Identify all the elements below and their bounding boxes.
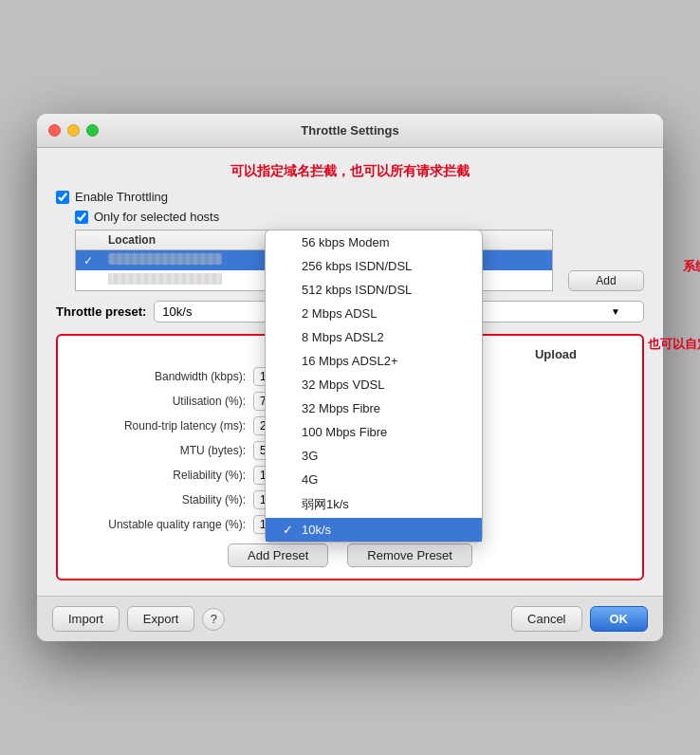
reliability-label: Reliability (%): <box>73 469 253 482</box>
throttle-settings-window: Throttle Settings 可以指定域名拦截，也可以所有请求拦截 Ena… <box>37 114 663 641</box>
mtu-label: MTU (bytes): <box>73 444 253 457</box>
only-selected-hosts-row: Only for selected hosts <box>75 210 644 224</box>
annotation-system-preset: 系统预设模拟网络 <box>683 258 700 275</box>
bandwidth-label: Bandwidth (kbps): <box>73 370 253 383</box>
blurred-host-2 <box>108 273 222 285</box>
maximize-button[interactable] <box>86 124 99 137</box>
dropdown-item-12[interactable]: ✓ 10k/s <box>266 518 482 542</box>
selected-preset-value: 10k/s <box>162 304 192 319</box>
dropdown-item-5[interactable]: 16 Mbps ADSL2+ <box>266 349 482 373</box>
dropdown-item-10[interactable]: 4G <box>266 468 482 491</box>
dropdown-item-8[interactable]: 100 Mbps Fibre <box>266 420 482 444</box>
dropdown-item-2[interactable]: 512 kbps ISDN/DSL <box>266 278 482 302</box>
dropdown-item-1[interactable]: 256 kbps ISDN/DSL <box>266 254 482 278</box>
enable-throttling-label: Enable Throttling <box>75 190 168 204</box>
hosts-actions: Add <box>568 230 644 291</box>
dropdown-item-3[interactable]: 2 Mbps ADSL <box>266 302 482 325</box>
ok-button[interactable]: OK <box>590 606 649 632</box>
titlebar: Throttle Settings <box>37 114 663 148</box>
import-button[interactable]: Import <box>52 606 120 632</box>
add-preset-button[interactable]: Add Preset <box>228 543 328 567</box>
dropdown-item-11[interactable]: 弱网1k/s <box>266 491 482 518</box>
unstable-quality-label: Unstable quality range (%): <box>73 518 253 531</box>
throttle-preset-label: Throttle preset: <box>56 304 146 319</box>
help-button[interactable]: ? <box>202 608 225 631</box>
only-selected-hosts-checkbox[interactable] <box>75 211 88 224</box>
only-selected-hosts-label: Only for selected hosts <box>94 210 219 224</box>
dropdown-item-6[interactable]: 32 Mbps VDSL <box>266 373 482 396</box>
stability-label: Stability (%): <box>73 493 253 506</box>
hosts-section: Location ✓ A <box>75 230 644 291</box>
content-area: 可以指定域名拦截，也可以所有请求拦截 Enable Throttling Onl… <box>37 148 663 596</box>
traffic-lights <box>48 124 99 137</box>
minimize-button[interactable] <box>67 124 80 137</box>
annotation-top: 可以指定域名拦截，也可以所有请求拦截 <box>56 163 644 180</box>
round-trip-label: Round-trip latency (ms): <box>73 419 253 433</box>
dropdown-item-7[interactable]: 32 Mbps Fibre <box>266 396 482 420</box>
dropdown-item-4[interactable]: 8 Mbps ADSL2 <box>266 325 482 349</box>
chevron-down-icon: ▼ <box>611 306 620 317</box>
dropdown-item-9[interactable]: 3G <box>266 444 482 468</box>
dropdown-item-0[interactable]: 56 kbps Modem <box>266 230 482 254</box>
cancel-button[interactable]: Cancel <box>511 606 581 632</box>
utilisation-label: Utilisation (%): <box>73 395 253 408</box>
enable-throttling-checkbox[interactable] <box>56 191 69 204</box>
blurred-host-1 <box>108 253 222 265</box>
upload-header: Upload <box>494 347 617 361</box>
preset-buttons: Add Preset Remove Preset <box>73 543 627 567</box>
window-title: Throttle Settings <box>301 123 398 138</box>
bottom-bar: Import Export ? Cancel OK <box>37 596 663 641</box>
close-button[interactable] <box>48 124 61 137</box>
export-button[interactable]: Export <box>127 606 195 632</box>
add-host-button[interactable]: Add <box>568 270 644 291</box>
annotation-custom: 也可以自定义设置 <box>648 336 700 353</box>
preset-dropdown-menu[interactable]: 56 kbps Modem 256 kbps ISDN/DSL 512 kbps… <box>265 230 483 543</box>
remove-preset-button[interactable]: Remove Preset <box>347 543 472 567</box>
enable-throttling-row: Enable Throttling <box>56 190 644 204</box>
